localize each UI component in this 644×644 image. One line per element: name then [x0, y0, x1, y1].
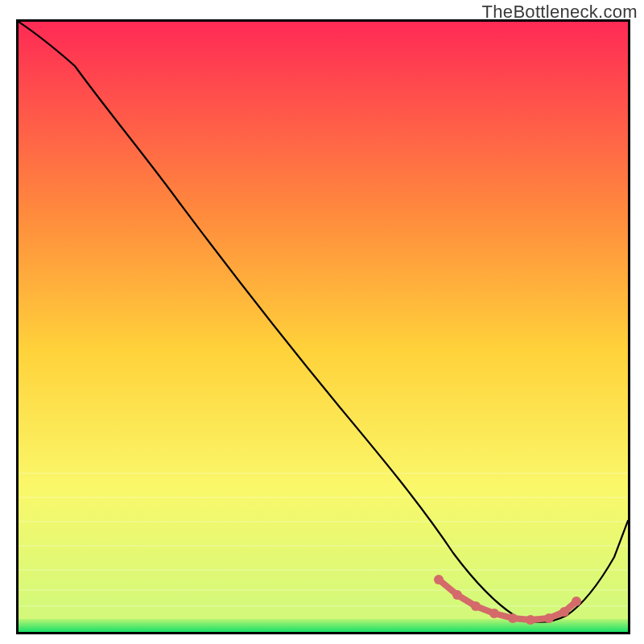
- plot-area: [16, 19, 630, 634]
- svg-point-7: [434, 575, 444, 584]
- watermark-text: TheBottleneck.com: [482, 2, 638, 23]
- svg-point-15: [572, 597, 581, 606]
- chart-svg: [19, 22, 628, 632]
- svg-rect-5: [19, 589, 628, 591]
- svg-rect-6: [19, 605, 628, 607]
- chart-stage: TheBottleneck.com: [0, 0, 644, 644]
- svg-rect-2: [19, 521, 628, 522]
- svg-point-14: [559, 607, 569, 617]
- svg-point-12: [526, 615, 535, 625]
- svg-point-11: [508, 613, 518, 623]
- svg-rect-3: [19, 545, 628, 547]
- svg-rect-4: [19, 569, 628, 571]
- svg-point-10: [489, 609, 499, 618]
- svg-point-8: [452, 590, 462, 600]
- svg-point-9: [471, 601, 481, 611]
- svg-point-13: [544, 613, 554, 623]
- svg-rect-0: [19, 473, 628, 474]
- svg-rect-1: [19, 497, 628, 498]
